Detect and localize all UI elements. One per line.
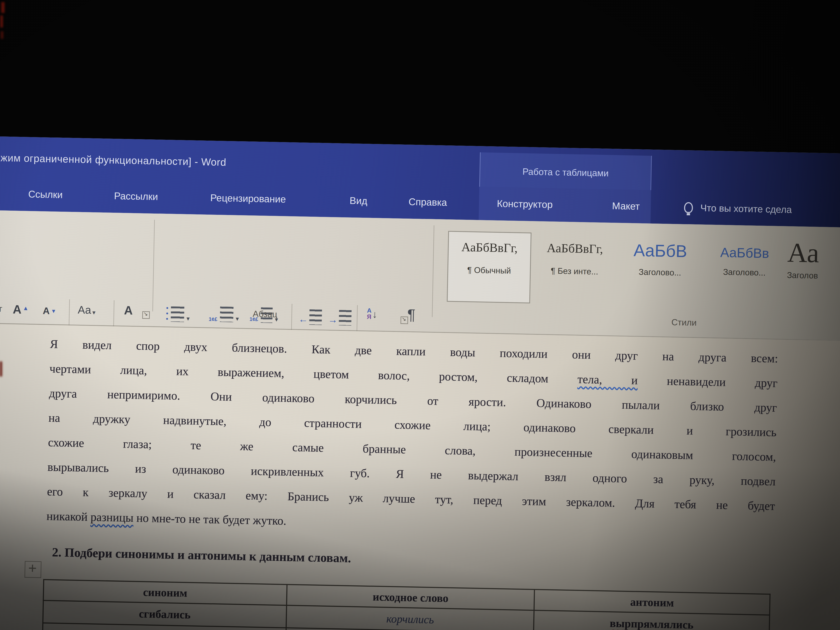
tab-table-layout[interactable]: Макет: [612, 189, 640, 223]
change-case-button[interactable]: Аа: [78, 304, 96, 316]
grammar-underline: разницы: [90, 510, 134, 524]
sort-button[interactable]: А Я: [367, 308, 377, 320]
spellcheck-underline: вырпрямлялись: [609, 617, 693, 630]
photo-artifact: [1, 31, 3, 39]
outdent-arrow-icon: [298, 313, 308, 325]
font-group-label-fragment: т: [0, 304, 2, 314]
tell-me-label: Что вы хотите сдела: [700, 202, 792, 215]
grow-font-arrow-icon: ▲: [23, 301, 29, 316]
paragraph-group-label: Абзац: [253, 309, 278, 319]
separator: [113, 300, 115, 329]
lightbulb-icon: [684, 202, 693, 213]
tab-mailings[interactable]: Рассылки: [114, 179, 158, 213]
photo-artifact: [0, 16, 3, 27]
style-no-spacing[interactable]: АаБбВвГг, ¶ Без инте...: [533, 233, 616, 305]
photo-artifact: [1, 2, 5, 13]
group-divider: [432, 226, 434, 317]
bullet-list-button[interactable]: [166, 305, 190, 322]
shrink-font-arrow-icon: ▼: [51, 305, 57, 317]
numbered-list-button[interactable]: [208, 306, 239, 322]
decrease-indent-button[interactable]: [298, 309, 322, 325]
photo-of-monitor: жим ограниченной функциональности] - Wor…: [0, 0, 840, 630]
context-tab-group-header: Работа с таблицами: [479, 152, 652, 190]
shrink-font-button[interactable]: А ▼: [43, 305, 57, 317]
dropdown-caret-icon: [235, 315, 239, 322]
indent-lines-icon: [339, 310, 352, 325]
paragraph-dialog-launcher[interactable]: [400, 316, 408, 324]
indent-arrow-icon: [328, 314, 338, 325]
synonym-antonym-table: синоним исходное слово антоним сгибались…: [42, 579, 771, 630]
photo-artifact: [0, 362, 2, 376]
tab-help[interactable]: Справка: [408, 185, 447, 219]
table-move-handle-icon[interactable]: [25, 561, 42, 578]
document-page[interactable]: Я видел спор двух близнецов. Как две кап…: [0, 323, 840, 630]
styles-group-label: Стили: [671, 317, 697, 328]
tab-review[interactable]: Рецензирование: [210, 181, 286, 216]
increase-indent-button[interactable]: [328, 310, 352, 325]
window-title: жим ограниченной функциональности] - Wor…: [0, 136, 227, 182]
tab-view[interactable]: Вид: [349, 184, 368, 218]
grow-font-button[interactable]: А ▲: [13, 301, 29, 316]
font-dialog-launcher[interactable]: [142, 311, 150, 319]
dropdown-caret-icon: [92, 309, 96, 316]
separator: [69, 299, 70, 328]
dropdown-caret-icon: [186, 315, 190, 322]
tell-me-box[interactable]: Что вы хотите сдела: [684, 191, 792, 226]
context-tab-group-label: Работа с таблицами: [522, 166, 609, 178]
tab-references[interactable]: Ссылки: [28, 178, 63, 212]
number-column-icon: [208, 316, 217, 322]
task-heading[interactable]: 2. Подбери синонимы и антонимы к данным …: [52, 545, 351, 565]
tab-table-design[interactable]: Конструктор: [496, 187, 553, 221]
group-divider: [152, 220, 155, 311]
style-title[interactable]: Аа Заголов: [786, 238, 840, 310]
style-heading2[interactable]: АаБбВв Заголово...: [705, 236, 783, 308]
grammar-underline: тела, и: [578, 373, 638, 387]
style-heading1[interactable]: АаБбВ Заголово...: [617, 234, 702, 307]
style-normal[interactable]: АаБбВвГг, ¶ Обычный: [447, 231, 532, 303]
sort-arrow-icon: [372, 308, 377, 320]
bullet-dots-icon: [166, 305, 168, 322]
list-lines-icon: [220, 306, 233, 322]
word-window: жим ограниченной функциональности] - Wor…: [0, 136, 840, 630]
list-lines-icon: [171, 306, 184, 322]
sort-letters-icon: А Я: [367, 308, 372, 320]
show-marks-button[interactable]: ¶: [407, 306, 415, 323]
indent-lines-icon: [309, 309, 322, 325]
ribbon: ² А ▲ А ▼ Аа А А: [0, 210, 840, 342]
